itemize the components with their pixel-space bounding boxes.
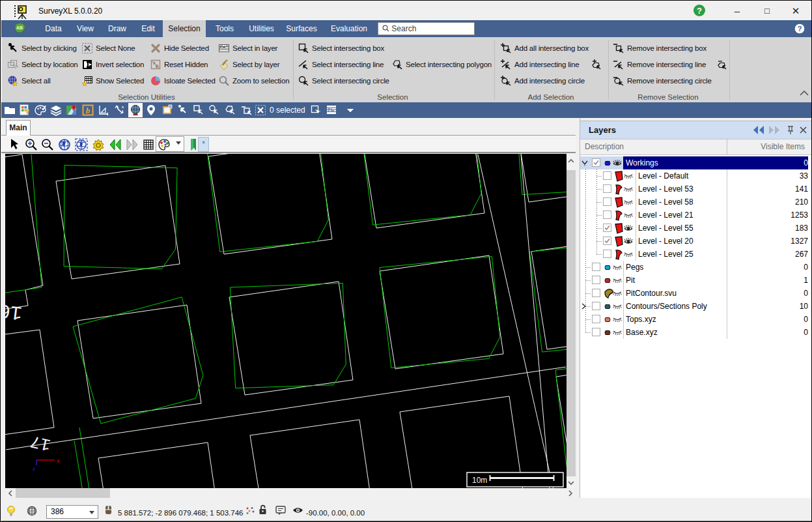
svg-text:?: ?	[798, 25, 802, 33]
svg-text:?: ?	[697, 6, 702, 16]
svg-text:x: x	[57, 457, 60, 465]
svg-text:AB: AB	[16, 25, 23, 30]
svg-text:10m: 10m	[472, 476, 487, 485]
svg-text:b: b	[86, 106, 91, 115]
svg-text:16: 16	[5, 299, 23, 324]
svg-text:z: z	[33, 466, 35, 472]
